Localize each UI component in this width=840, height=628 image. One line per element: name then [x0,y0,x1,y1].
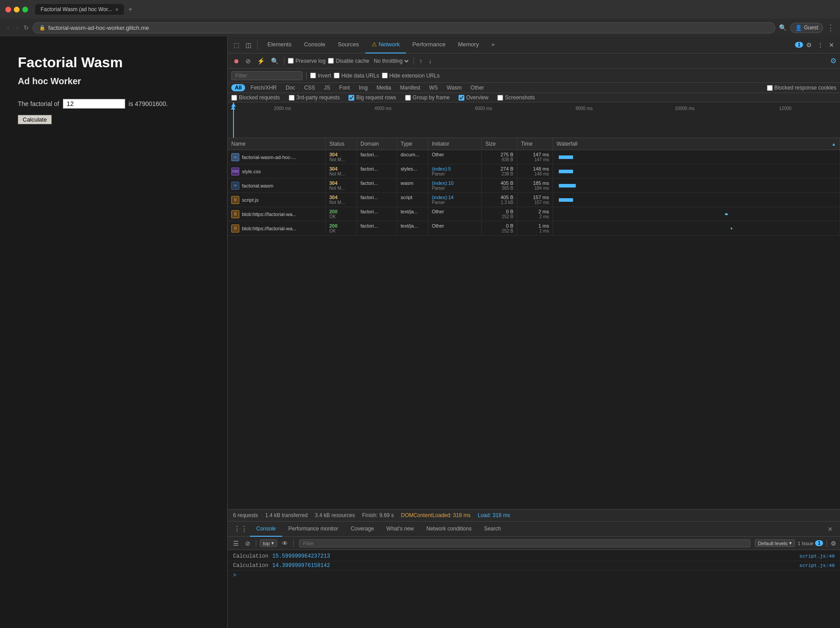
type-btn-manifest[interactable]: Manifest [397,84,424,91]
console-sidebar-icon[interactable]: ☰ [231,539,241,548]
forward-button[interactable]: › [15,23,20,32]
clear-log-icon[interactable]: ⊘ [244,57,253,65]
col-size[interactable]: Size [482,138,517,150]
overview-checkbox[interactable] [459,95,464,101]
console-filter-input[interactable] [299,539,750,547]
tab-performance[interactable]: Performance [406,37,451,53]
col-initiator[interactable]: Initiator [428,138,482,150]
console-settings-icon[interactable]: ⚙ [831,540,836,547]
tab-sources[interactable]: Sources [332,37,365,53]
calculate-button[interactable]: Calculate [18,115,52,124]
log-levels-selector[interactable]: Default levels ▾ [755,539,795,547]
issues-badge[interactable]: 1 [795,42,803,48]
filter-input[interactable] [231,71,303,80]
back-button[interactable]: ‹ [5,23,11,32]
network-settings-icon[interactable]: ⚙ [830,57,836,65]
third-party-check[interactable]: 3rd-party requests [289,94,340,101]
console-clear-icon[interactable]: ⊘ [243,539,252,548]
hide-data-checkbox[interactable] [334,73,340,78]
table-row[interactable]: CSS style.css 304 Not M... factori... st… [228,164,840,179]
record-stop-icon[interactable]: ⏺ [231,57,241,65]
group-by-frame-check[interactable]: Group by frame [405,94,450,101]
tab-memory[interactable]: Memory [452,37,485,53]
col-time[interactable]: Time [517,138,553,150]
disable-cache-check[interactable]: Disable cache [328,58,369,64]
hide-ext-checkbox[interactable] [382,73,388,78]
devtools-more-icon[interactable]: ⋮ [815,40,826,50]
network-table[interactable]: Name Status Domain Type Initiator Size [228,138,840,509]
blocked-requests-check[interactable]: Blocked requests [231,94,280,101]
network-timeline[interactable]: 2000 ms 4000 ms 6000 ms 8000 ms 10000 ms… [228,102,840,138]
tab-perf-monitor[interactable]: Performance monitor [282,522,344,537]
type-btn-fetch[interactable]: Fetch/XHR [247,84,280,91]
screenshots-check[interactable]: Screenshots [497,94,535,101]
console-panel-close[interactable]: ✕ [824,524,836,534]
devtools-close-icon[interactable]: ✕ [827,40,836,50]
filter-icon[interactable]: ⚡ [255,57,266,65]
blocked-cookies-check[interactable]: Blocked response cookies [767,85,836,91]
network-export-icon[interactable]: ↑ [418,57,424,65]
zoom-button[interactable]: 🔍 [779,24,787,31]
type-btn-js[interactable]: JS [320,84,334,91]
factorial-input[interactable] [63,99,125,109]
blocked-cookies-checkbox[interactable] [767,85,773,91]
overview-check[interactable]: Overview [459,94,488,101]
browser-more-button[interactable]: ⋮ [827,23,835,33]
hide-ext-check[interactable]: Hide extension URLs [382,73,440,79]
context-selector[interactable]: top ▾ [260,539,277,547]
type-btn-wasm[interactable]: Wasm [443,84,466,91]
close-traffic-light[interactable] [5,7,11,12]
invert-checkbox[interactable] [310,73,316,78]
tab-coverage[interactable]: Coverage [344,522,380,537]
devtools-settings-icon[interactable]: ⚙ [804,40,814,50]
col-status[interactable]: Status [326,138,357,150]
table-row[interactable]: ⟨⟩ blob:https://factorial-wa... 200 OK f… [228,207,840,221]
type-btn-img[interactable]: Img [355,84,371,91]
screenshots-checkbox[interactable] [497,95,503,101]
inspect-element-icon[interactable]: ⬚ [231,40,242,50]
type-btn-ws[interactable]: WS [426,84,441,91]
invert-check[interactable]: Invert [310,73,331,79]
console-eye-icon[interactable]: 👁 [280,539,290,548]
tab-network[interactable]: ⚠ Network [365,37,406,53]
table-row[interactable]: ⟨⟩ script.js 304 Not M... factori... scr… [228,193,840,207]
col-waterfall[interactable]: Waterfall ▲ [553,138,840,150]
big-rows-checkbox[interactable] [348,95,354,101]
throttle-select[interactable]: No throttling [372,57,410,65]
group-by-frame-checkbox[interactable] [405,95,411,101]
third-party-checkbox[interactable] [289,95,295,101]
console-drag-icon[interactable]: ⋮⋮ [231,523,250,535]
refresh-button[interactable]: ↻ [24,24,29,31]
tab-elements[interactable]: Elements [261,37,298,53]
hide-data-check[interactable]: Hide data URLs [334,73,379,79]
issues-indicator[interactable]: 1 Issue 1 [798,540,823,546]
disable-cache-checkbox[interactable] [328,58,334,64]
tab-more[interactable]: » [485,37,501,53]
tab-close-icon[interactable]: ✕ [115,7,119,12]
type-btn-all[interactable]: All [231,84,245,91]
tab-whats-new[interactable]: What's new [380,522,420,537]
preserve-log-checkbox[interactable] [288,58,294,64]
network-import-icon[interactable]: ↓ [427,57,434,65]
type-btn-doc[interactable]: Doc [282,84,299,91]
console-source-1[interactable]: script.js:40 [799,554,835,559]
search-network-icon[interactable]: 🔍 [269,57,280,65]
new-tab-button[interactable]: + [126,4,135,14]
col-name[interactable]: Name [228,138,326,150]
tab-search[interactable]: Search [478,522,507,537]
browser-tab[interactable]: Factorial Wasm (ad hoc Wor... ✕ [35,4,124,15]
type-btn-other[interactable]: Other [467,84,488,91]
col-domain[interactable]: Domain [357,138,397,150]
minimize-traffic-light[interactable] [14,7,20,12]
table-row[interactable]: W factorial.wasm 304 Not M... factori...… [228,179,840,193]
console-content[interactable]: Calculation 15.599999964237213 script.js… [228,550,840,628]
blocked-requests-checkbox[interactable] [231,95,237,101]
url-bar[interactable]: 🔒 factorial-wasm-ad-hoc-worker.glitch.me [33,22,775,33]
type-btn-font[interactable]: Font [336,84,353,91]
device-toggle-icon[interactable]: ◫ [243,40,254,50]
table-row[interactable]: ⟨⟩ blob:https://factorial-wa... 200 OK f… [228,221,840,236]
tab-console[interactable]: Console [298,37,332,53]
type-btn-css[interactable]: CSS [300,84,319,91]
col-type[interactable]: Type [397,138,428,150]
type-btn-media[interactable]: Media [373,84,395,91]
